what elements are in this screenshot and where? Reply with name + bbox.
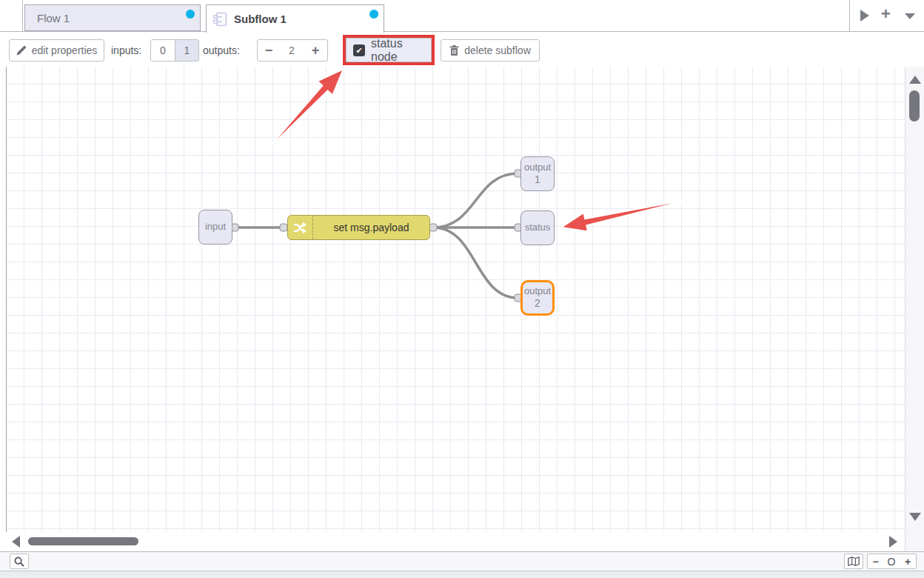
edit-properties-button[interactable]: edit properties (9, 39, 104, 62)
change-node-label: set msg.payload (313, 222, 429, 233)
map-icon (848, 557, 860, 566)
scroll-left-icon[interactable] (12, 536, 20, 548)
scroll-up-icon[interactable] (909, 76, 921, 84)
annotation-arrow-to-status-node (561, 198, 697, 231)
horizontal-scrollbar-thumb[interactable] (28, 537, 138, 545)
outputs-increase-button[interactable]: + (304, 39, 328, 62)
flow-changed-dot (186, 10, 195, 19)
subflow-output-1-node[interactable]: output 1 (520, 156, 555, 191)
shuffle-icon (288, 216, 313, 239)
tab-list-chevron-down-icon[interactable] (905, 13, 915, 19)
zoom-in-button[interactable]: + (900, 554, 917, 569)
subflow-icon (213, 12, 228, 27)
edit-properties-label: edit properties (32, 44, 98, 56)
outputs-count-value: 2 (280, 39, 304, 62)
tab-subflow-1-label: Subflow 1 (234, 13, 287, 25)
flow-canvas[interactable]: input set msg.payload output 1 status ou… (6, 67, 905, 532)
scroll-right-icon[interactable] (889, 536, 897, 548)
search-icon (14, 557, 24, 567)
subflow-status-node[interactable]: status (520, 210, 555, 245)
vertical-scrollbar-thumb[interactable] (909, 90, 920, 122)
status-node-label: status node (371, 37, 424, 64)
add-flow-icon[interactable]: + (881, 4, 891, 24)
vertical-scrollbar[interactable] (905, 67, 924, 532)
subflow-output-2-node-selected[interactable]: output 2 (520, 280, 555, 316)
trash-icon (449, 45, 459, 56)
annotation-highlight-box: ✔ status node (343, 35, 435, 65)
wire-change-to-output1[interactable] (433, 173, 518, 227)
workspace-footer: − O + (0, 551, 924, 571)
output-1-label: output (524, 162, 551, 173)
annotation-arrow-to-status-checkbox (264, 69, 344, 153)
zoom-reset-button[interactable]: O (883, 554, 900, 569)
input-node-label: input (205, 222, 226, 233)
scroll-down-icon[interactable] (909, 513, 921, 521)
navigator-button[interactable] (844, 554, 863, 569)
subflow-input-node[interactable]: input (198, 210, 232, 245)
tab-flow-1[interactable]: Flow 1 (24, 4, 201, 31)
wire-change-to-output2[interactable] (433, 227, 518, 298)
outputs-decrease-button[interactable]: − (257, 39, 281, 62)
tab-subflow-1[interactable]: Subflow 1 (206, 4, 384, 33)
checkbox-checked-icon[interactable]: ✔ (353, 44, 365, 56)
scrollbar-corner (905, 532, 924, 551)
bottom-panel-edge (0, 571, 924, 578)
inputs-option-1-button[interactable]: 1 (175, 39, 199, 62)
subflow-changed-dot (369, 10, 378, 19)
output-1-number: 1 (535, 173, 540, 185)
subflow-toolbar: edit properties inputs: 0 1 outputs: − 2… (0, 32, 924, 67)
next-tab-icon[interactable] (860, 10, 869, 21)
tab-scroll-left-area (0, 0, 23, 31)
delete-subflow-label: delete subflow (464, 44, 531, 56)
pencil-icon (16, 45, 27, 56)
horizontal-scrollbar[interactable] (6, 532, 905, 551)
zoom-out-button[interactable]: − (867, 554, 884, 569)
tab-flow-1-label: Flow 1 (37, 12, 70, 24)
output-2-number: 2 (535, 297, 540, 309)
change-node[interactable]: set msg.payload (287, 215, 430, 240)
wires-layer (7, 67, 905, 532)
change-node-input-port[interactable] (280, 224, 287, 231)
status-node-canvas-label: status (525, 222, 551, 233)
outputs-label: outputs: (203, 39, 240, 62)
delete-subflow-button[interactable]: delete subflow (441, 39, 540, 62)
workspace-tab-bar: Flow 1 Subflow 1 + (0, 0, 924, 32)
change-node-output-port[interactable] (429, 224, 437, 231)
status-node-toggle-button[interactable]: ✔ status node (346, 38, 432, 62)
search-flows-button[interactable] (10, 554, 29, 569)
inputs-label: inputs: (111, 39, 141, 62)
inputs-option-0-button[interactable]: 0 (150, 39, 175, 62)
output-2-label: output (524, 286, 551, 297)
tab-bar-controls: + (849, 0, 924, 31)
